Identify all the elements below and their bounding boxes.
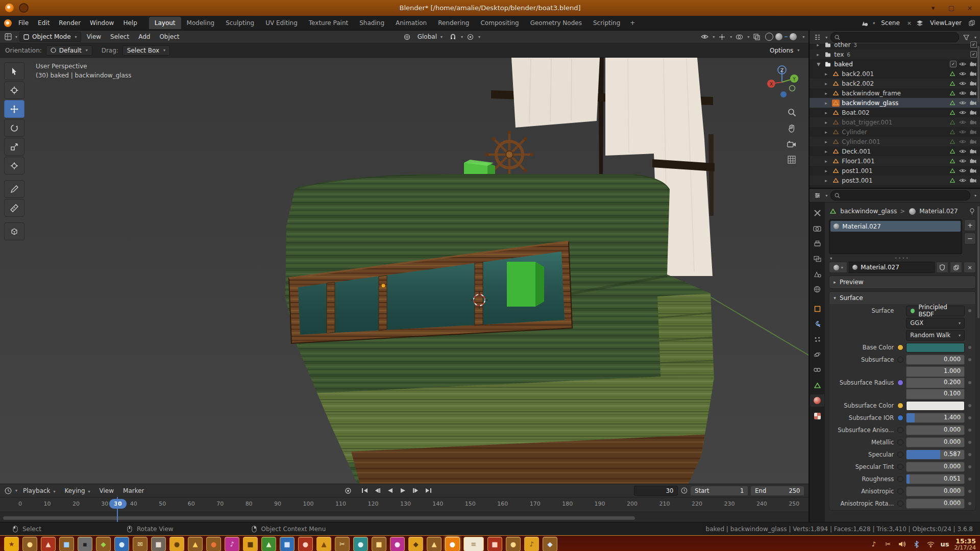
add-cube-tool[interactable]: [4, 222, 24, 240]
visibility-eye-icon[interactable]: [959, 89, 967, 97]
tab-modifiers[interactable]: [810, 318, 824, 330]
expand-icon[interactable]: ▸: [825, 149, 830, 154]
visibility-eye-icon[interactable]: [959, 157, 967, 165]
outliner-object-row[interactable]: ▸ Floor1.001: [810, 156, 980, 166]
render-camera-icon[interactable]: [969, 109, 977, 117]
object-name[interactable]: backwindow_glass: [842, 99, 898, 107]
specular-slider[interactable]: 0.587: [906, 449, 965, 460]
outliner-object-row[interactable]: ▸ Deck.001: [810, 146, 980, 156]
browse-material-button[interactable]: ▾: [829, 262, 847, 273]
decorate-dot[interactable]: [968, 453, 971, 456]
workspace-tab[interactable]: Rendering: [432, 17, 475, 29]
workspace-tab[interactable]: Geometry Nodes: [525, 17, 587, 29]
render-camera-icon[interactable]: [969, 177, 977, 185]
collection-checkbox[interactable]: ✓: [970, 51, 977, 58]
visibility-eye-icon[interactable]: [959, 128, 967, 136]
visibility-eye-icon[interactable]: [959, 147, 967, 156]
object-name[interactable]: back2.001: [842, 70, 874, 78]
visibility-eye-icon[interactable]: [959, 80, 967, 88]
subsurface-aniso-slider[interactable]: 0.000: [906, 425, 965, 435]
xray-toggle-icon[interactable]: [752, 33, 761, 41]
outliner-collection-row[interactable]: ▼ baked ✓: [810, 59, 980, 69]
workspace-tab[interactable]: Shading: [354, 17, 390, 29]
outliner-scrollbar[interactable]: [977, 46, 979, 102]
expand-icon[interactable]: ▸: [825, 110, 830, 115]
outliner-object-row[interactable]: ▸ backwindow_glass: [810, 98, 980, 108]
taskbar-app-icon[interactable]: ✂: [335, 537, 350, 551]
material-slot-list[interactable]: Material.027: [829, 219, 962, 254]
expand-icon[interactable]: ▸: [825, 130, 830, 135]
decorate-dot[interactable]: [968, 441, 971, 444]
tab-physics[interactable]: [810, 348, 824, 361]
workspace-tab[interactable]: Texture Paint: [303, 17, 354, 29]
current-frame-field[interactable]: 30: [634, 486, 678, 496]
expand-icon[interactable]: ▸: [825, 178, 830, 183]
outliner-collection-row[interactable]: ▸ tex 6 ✓: [810, 49, 980, 59]
proportional-edit-icon[interactable]: [466, 33, 474, 41]
taskbar-app-icon[interactable]: ▲: [41, 537, 56, 551]
render-camera-icon[interactable]: [969, 147, 977, 156]
taskbar-app-icon[interactable]: ■: [151, 537, 166, 551]
expand-icon[interactable]: ▸: [825, 168, 830, 173]
resize-grip[interactable]: ••••: [895, 256, 910, 261]
subsurface-slider[interactable]: 0.000: [906, 355, 965, 365]
zoom-icon[interactable]: [786, 107, 797, 118]
anim-dot[interactable]: [897, 488, 903, 494]
expand-icon[interactable]: ▸: [825, 91, 830, 96]
blender-menu-icon[interactable]: [4, 19, 12, 27]
render-camera-icon[interactable]: [969, 89, 977, 97]
pin-icon[interactable]: [968, 207, 976, 215]
jump-to-start-button[interactable]: [360, 487, 369, 494]
play-reverse-button[interactable]: [385, 487, 395, 494]
menu-help[interactable]: Help: [118, 17, 141, 29]
mode-dropdown[interactable]: Object Mode▾: [19, 32, 81, 42]
outliner-object-row[interactable]: ▸ Cylinder: [810, 127, 980, 137]
unlink-material-icon[interactable]: ×: [964, 262, 976, 273]
menu-object[interactable]: Object: [156, 32, 183, 41]
specular-tint-slider[interactable]: 0.000: [906, 462, 965, 472]
tab-view-layer[interactable]: [810, 253, 824, 265]
render-camera-icon[interactable]: [969, 60, 977, 68]
taskbar-app-icon[interactable]: ●: [22, 537, 37, 551]
taskbar-app-icon[interactable]: ✉: [133, 537, 148, 551]
anim-dot[interactable]: [897, 344, 903, 350]
timeline-editor-icon[interactable]: [4, 487, 12, 495]
menu-window[interactable]: Window: [85, 17, 118, 29]
menu-tl-view[interactable]: View: [96, 486, 117, 495]
outliner-object-row[interactable]: ▸ Cylinder.001: [810, 137, 980, 146]
shading-solid-icon[interactable]: [775, 33, 782, 40]
anim-dot[interactable]: [897, 452, 903, 458]
timeline-editor[interactable]: ▾ Playback ▾ Keying ▾ View Marker: [0, 484, 808, 522]
axis-gizmo[interactable]: Z Y X: [763, 63, 801, 102]
menu-view[interactable]: View: [83, 32, 105, 41]
outliner-object-row[interactable]: ▸ Boat.002: [810, 108, 980, 117]
decorate-dot[interactable]: [968, 309, 971, 312]
visibility-eye-icon[interactable]: [959, 138, 967, 146]
taskbar-app-icon[interactable]: ▲: [188, 537, 203, 551]
decorate-dot[interactable]: [968, 404, 971, 407]
outliner-object-row[interactable]: ▸ post3.001: [810, 176, 980, 185]
slot-specials-icon[interactable]: ▾: [830, 256, 833, 261]
collection-checkbox[interactable]: ✓: [950, 61, 957, 67]
subsurface-ior-slider[interactable]: 1.400: [906, 413, 965, 423]
measure-tool[interactable]: [4, 199, 24, 217]
anim-dot[interactable]: [897, 357, 903, 363]
surface-shader-button[interactable]: Principled BSDF: [906, 306, 965, 316]
tab-output[interactable]: [810, 237, 824, 249]
anim-dot[interactable]: [897, 380, 903, 386]
preview-panel-header[interactable]: ▸Preview: [829, 276, 975, 288]
taskbar-app-icon[interactable]: ■: [487, 537, 502, 551]
material-slot[interactable]: Material.027: [830, 221, 961, 232]
frame-start-field[interactable]: Start1: [690, 486, 748, 496]
close-window-button[interactable]: ×: [965, 3, 975, 13]
play-button[interactable]: [398, 487, 407, 494]
visibility-eye-icon[interactable]: [959, 118, 967, 127]
collection-checkbox[interactable]: ✓: [970, 41, 977, 48]
subsurface-color-swatch[interactable]: [906, 401, 965, 411]
move-tool[interactable]: [4, 100, 24, 118]
add-workspace-button[interactable]: +: [626, 17, 639, 29]
tab-constraints[interactable]: [810, 364, 824, 376]
next-keyframe-button[interactable]: [411, 487, 420, 494]
outliner-object-row[interactable]: ▸ back2.001: [810, 69, 980, 79]
taskbar-app-icon[interactable]: ≡: [463, 537, 484, 551]
